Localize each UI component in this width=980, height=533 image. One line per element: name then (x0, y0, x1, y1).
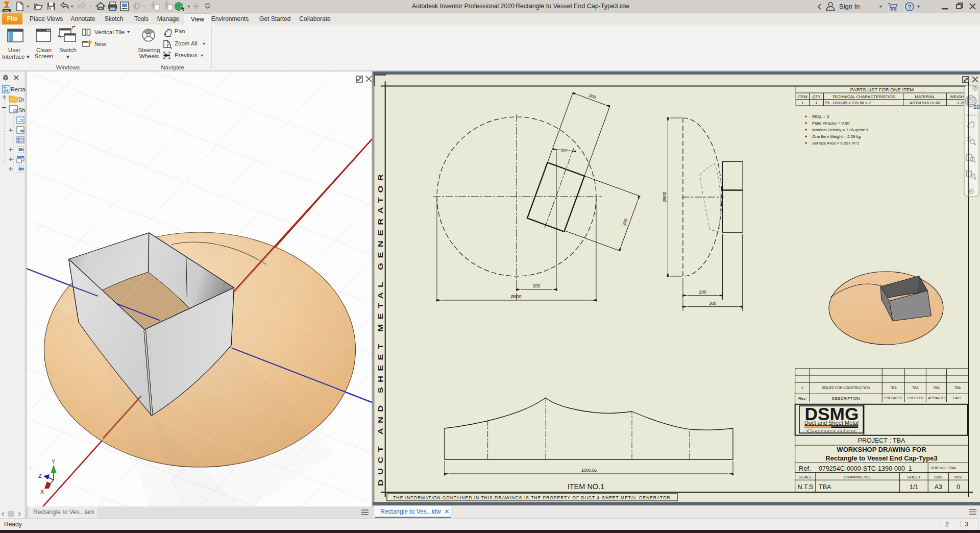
svg-text:TBA: TBA (819, 483, 831, 491)
svg-text:200: 200 (699, 289, 706, 295)
svg-text:MATERIAL: MATERIAL (915, 94, 935, 99)
svg-text:SCALE: SCALE (799, 475, 812, 479)
svg-text:1/1: 1/1 (910, 483, 918, 491)
svg-text:200: 200 (533, 283, 540, 288)
svg-text:Surface Area = 0.297 m^2: Surface Area = 0.297 m^2 (812, 141, 860, 146)
svg-text:DUCT AND SHEET METAL GENERATOR: DUCT AND SHEET METAL GENERATOR (377, 169, 384, 486)
svg-text:TECHNICAL CHARACTERISTICS: TECHNICAL CHARACTERISTICS (832, 94, 895, 99)
svg-text:Rev.: Rev. (954, 475, 963, 479)
svg-text:SIZE: SIZE (934, 475, 943, 479)
svg-text:Generator: Generator (806, 428, 857, 433)
svg-text:One Item Weight = 2.29 kg: One Item Weight = 2.29 kg (812, 134, 861, 139)
svg-text:Material Density = 7.85 g/cm^3: Material Density = 7.85 g/cm^3 (812, 128, 868, 132)
svg-text:Ø800: Ø800 (662, 191, 667, 202)
svg-text:PL. 1000,85 x 215,56 x 2: PL. 1000,85 x 215,56 x 2 (825, 101, 871, 105)
svg-text:X: X (40, 489, 44, 495)
svg-text:TBA: TBA (890, 386, 897, 390)
svg-text:1: 1 (815, 101, 818, 105)
svg-text:Ref.: Ref. (799, 465, 811, 472)
svg-text:A3: A3 (935, 483, 942, 491)
svg-text:PROJECT : TBA: PROJECT : TBA (858, 437, 905, 444)
svg-text:TBA: TBA (954, 386, 961, 390)
svg-text:THE INFORMATION CONTAINED IN T: THE INFORMATION CONTAINED IN THIS DRAWIN… (393, 495, 670, 500)
svg-text:079254C-0000-STC-1390-000_1: 079254C-0000-STC-1390-000_1 (819, 465, 912, 472)
svg-text:ITEM NO.1: ITEM NO.1 (568, 482, 605, 491)
svg-text:APP/AUTH: APP/AUTH (928, 396, 945, 400)
svg-text:PARTS LIST FOR ONE ITEM: PARTS LIST FOR ONE ITEM (850, 87, 914, 92)
svg-text:TBA: TBA (933, 386, 940, 390)
svg-text:ASTM 516 Gr.60: ASTM 516 Gr.60 (910, 101, 940, 105)
svg-text:Y: Y (52, 458, 56, 465)
svg-text:SHEET: SHEET (907, 475, 921, 479)
svg-text:Sh: Sh (18, 107, 25, 113)
svg-text:Rectangle to Vessel End Cap-Ty: Rectangle to Vessel End Cap-Type3 (825, 454, 937, 462)
svg-text:TBA: TBA (912, 386, 919, 390)
svg-text:Duct and Sheet Metal: Duct and Sheet Metal (804, 420, 859, 426)
svg-text:DESCRIPTION: DESCRIPTION (832, 396, 860, 401)
svg-text:PREPARED: PREPARED (885, 396, 903, 400)
svg-text:REQ. = 3: REQ. = 3 (812, 114, 829, 119)
svg-text:Z: Z (38, 473, 42, 479)
svg-text:Rev.: Rev. (798, 396, 806, 401)
svg-text:JOB NO. TBA: JOB NO. TBA (930, 466, 956, 470)
svg-text:WORKSHOP DRAWING FOR: WORKSHOP DRAWING FOR (837, 446, 926, 453)
svg-text:ITEM: ITEM (798, 94, 807, 99)
svg-text:1000.85: 1000.85 (581, 468, 597, 473)
svg-text:CHECKED: CHECKED (907, 396, 923, 400)
svg-text:20°: 20° (561, 148, 568, 153)
svg-text:0: 0 (801, 386, 803, 390)
svg-text:1: 1 (801, 101, 804, 105)
svg-text:DRAWING NO.: DRAWING NO. (844, 475, 872, 479)
svg-text:Sign In: Sign In (839, 3, 860, 10)
svg-text:ISSUED FOR CONSTRUCTION: ISSUED FOR CONSTRUCTION (822, 386, 870, 390)
svg-text:QTY: QTY (812, 94, 821, 99)
svg-text:2D: 2D (973, 104, 980, 110)
svg-text:300: 300 (709, 301, 716, 306)
svg-text:0: 0 (957, 483, 960, 491)
svg-text:Plate KFactor = 0.50: Plate KFactor = 0.50 (812, 121, 850, 126)
svg-text:Ø800: Ø800 (511, 294, 522, 299)
svg-text:PRO: PRO (4, 9, 10, 12)
svg-text:N.T.S: N.T.S (798, 483, 814, 491)
svg-text:?: ? (908, 4, 911, 11)
svg-text:Dr: Dr (18, 96, 24, 103)
svg-text:Recta: Recta (11, 86, 26, 92)
svg-text:DATE: DATE (953, 396, 962, 400)
